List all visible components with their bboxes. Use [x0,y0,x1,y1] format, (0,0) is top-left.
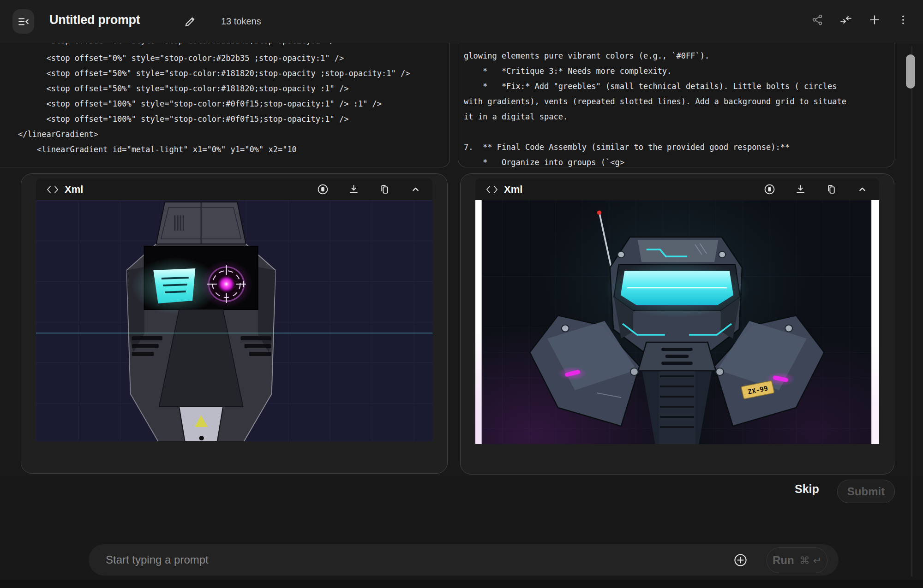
footer-strip [0,580,923,588]
panel-language-label: Xml [65,184,83,196]
xml-render-robot-left [36,200,432,441]
stop-render-icon[interactable] [317,184,329,195]
response-line: * *Critique 3:* Needs more complexity. [464,64,887,79]
run-shortcut-hint: ⌘ ↵ [800,555,821,566]
page-scrollbar-thumb[interactable] [906,54,915,89]
sidebar-collapse-icon [18,16,30,28]
panel-header-right: Xml [475,178,879,200]
copy-icon[interactable] [379,184,390,195]
more-menu-icon[interactable] [897,14,909,26]
run-button-label: Run [773,554,794,567]
response-line: it in a digital space. [464,109,887,125]
new-prompt-icon[interactable] [869,14,881,26]
code-icon [46,185,59,194]
response-line: * *Fix:* Add "greebles" (small technical… [464,79,887,94]
response-line: 7. ** Final Code Assembly (similar to th… [464,140,887,155]
edit-title-button[interactable] [184,15,197,28]
collapse-columns-icon[interactable] [840,14,852,26]
collapse-panel-icon[interactable] [410,184,421,195]
code-line: <linearGradient id="metal-light" x1="0%"… [18,142,445,157]
prompt-title: Untitled prompt [49,13,140,27]
model-output-code-column[interactable]: <stop offset="0%" style="stop-color:#3a3… [0,43,450,167]
page-scrollbar-track[interactable] [911,46,912,576]
panel-language-label: Xml [504,184,522,196]
response-line: with gradients), vents (repeated slotted… [464,94,887,109]
code-line: <stop offset="50%" style="stop-color:#18… [18,81,445,96]
panel-header-left: Xml [36,178,432,200]
add-attachment-icon[interactable] [734,553,747,567]
response-line [464,125,887,140]
xml-preview-panel-right: Xml [460,173,894,475]
topbar-actions [811,14,909,26]
response-line: glowing elements pure vibrant colors (e.… [464,48,887,64]
token-count: 13 tokens [221,16,261,27]
code-line: <stop offset="100%" style="stop-color:#0… [18,112,445,127]
copy-icon[interactable] [826,184,837,195]
submit-button[interactable]: Submit [837,480,895,503]
prompt-bar: Run ⌘ ↵ [89,544,839,576]
stop-render-icon[interactable] [764,184,775,195]
top-bar: Untitled prompt 13 tokens [0,0,923,43]
download-icon[interactable] [348,184,360,195]
run-button[interactable]: Run ⌘ ↵ [767,547,827,573]
sidebar-collapse-button[interactable] [12,9,34,34]
download-icon[interactable] [795,184,806,195]
skip-button[interactable]: Skip [795,482,819,496]
collapse-panel-icon[interactable] [857,184,868,195]
code-line-clipped: <stop offset="0%" style="stop-color:#3a3… [18,43,445,48]
model-output-response-column[interactable]: glowing elements pure vibrant colors (e.… [458,43,894,167]
code-line: </linearGradient> [18,127,445,142]
code-line: <stop offset="0%" style="stop-color:#2b2… [18,51,445,66]
code-icon [485,185,498,194]
pencil-icon [184,15,197,28]
xml-render-robot-right: ZX-99 [475,200,879,444]
response-line: * Organize into groups (`<g> [464,155,887,167]
share-icon[interactable] [811,14,823,26]
code-line: <stop offset="50%" style="stop-color:#18… [18,66,445,81]
code-line: <stop offset="100%" style="stop-color:#0… [18,96,445,112]
xml-preview-panel-left: Xml [21,173,448,474]
prompt-input[interactable] [89,544,839,576]
